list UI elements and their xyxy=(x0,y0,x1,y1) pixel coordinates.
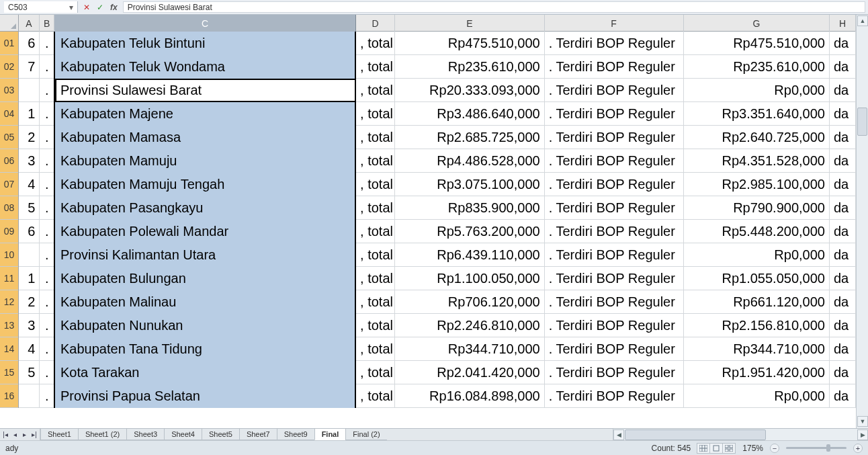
cell-a[interactable] xyxy=(19,243,40,267)
row-header[interactable]: 13 xyxy=(0,314,18,337)
col-header-G[interactable]: G xyxy=(684,15,830,32)
vertical-scrollbar[interactable]: ▲ ▼ xyxy=(856,15,868,428)
cell-f[interactable]: . Terdiri BOP Reguler xyxy=(545,361,684,384)
cell-a[interactable]: 1 xyxy=(19,102,40,126)
cell-a[interactable]: 6 xyxy=(19,32,40,55)
cell-b[interactable]: . xyxy=(40,220,55,243)
sheet-tab[interactable]: Sheet4 xyxy=(164,429,202,440)
cell-d[interactable]: , total xyxy=(356,384,395,408)
cell-b[interactable]: . xyxy=(40,79,55,102)
cell-f[interactable]: . Terdiri BOP Reguler xyxy=(545,79,684,102)
cell-c[interactable]: Kabupaten Tana Tidung xyxy=(55,337,356,361)
cell-c[interactable]: Kabupaten Mamuju xyxy=(55,149,356,173)
cell-e[interactable]: Rp235.610,000 xyxy=(395,55,544,79)
cell-g[interactable]: Rp4.351.528,000 xyxy=(684,149,830,173)
cell-c[interactable]: Provinsi Kalimantan Utara xyxy=(55,243,356,267)
row-header[interactable]: 15 xyxy=(0,361,18,384)
row-header[interactable]: 05 xyxy=(0,126,18,149)
col-header-E[interactable]: E xyxy=(395,15,544,32)
cell-g[interactable]: Rp235.610,000 xyxy=(684,55,830,79)
cell-a[interactable]: 4 xyxy=(19,337,40,361)
cell-e[interactable]: Rp475.510,000 xyxy=(395,32,544,55)
vscroll-thumb[interactable] xyxy=(857,108,867,136)
cell-h[interactable]: da xyxy=(830,196,856,220)
cell-g[interactable]: Rp0,000 xyxy=(684,79,830,102)
row-header[interactable]: 06 xyxy=(0,149,18,173)
cell-d[interactable]: , total xyxy=(356,102,395,126)
cell-c[interactable]: Kabupaten Teluk Wondama xyxy=(55,55,356,79)
cell-c[interactable]: Kabupaten Polewali Mandar xyxy=(55,220,356,243)
cell-b[interactable]: . xyxy=(40,267,55,290)
sheet-tab[interactable]: Final (2) xyxy=(345,429,386,440)
cell-a[interactable]: 5 xyxy=(19,361,40,384)
cell-e[interactable]: Rp2.041.420,000 xyxy=(395,361,544,384)
cell-c[interactable]: Kabupaten Bulungan xyxy=(55,267,356,290)
cell-g[interactable]: Rp790.900,000 xyxy=(684,196,830,220)
cell-e[interactable]: Rp4.486.528,000 xyxy=(395,149,544,173)
formula-input[interactable]: Provinsi Sulawesi Barat xyxy=(123,1,865,13)
cell-e[interactable]: Rp1.100.050,000 xyxy=(395,267,544,290)
cell-d[interactable]: , total xyxy=(356,337,395,361)
cell-h[interactable]: da xyxy=(830,290,856,314)
cell-e[interactable]: Rp344.710,000 xyxy=(395,337,544,361)
cell-f[interactable]: . Terdiri BOP Reguler xyxy=(545,126,684,149)
cell-h[interactable]: da xyxy=(830,79,856,102)
zoom-in-icon[interactable]: + xyxy=(853,444,863,453)
col-header-F[interactable]: F xyxy=(545,15,684,32)
cell-f[interactable]: . Terdiri BOP Reguler xyxy=(545,149,684,173)
cell-b[interactable]: . xyxy=(40,32,55,55)
col-header-H[interactable]: H xyxy=(830,15,856,32)
col-header-A[interactable]: A xyxy=(19,15,40,32)
view-switcher[interactable] xyxy=(697,443,736,454)
cell-h[interactable]: da xyxy=(830,126,856,149)
scroll-left-icon[interactable]: ◀ xyxy=(613,429,624,440)
sheet-tab[interactable]: Sheet9 xyxy=(277,429,315,440)
cell-e[interactable]: Rp835.900,000 xyxy=(395,196,544,220)
cell-e[interactable]: Rp5.763.200,000 xyxy=(395,220,544,243)
cell-c[interactable]: Provinsi Papua Selatan xyxy=(55,384,356,408)
zoom-thumb[interactable] xyxy=(826,444,830,452)
row-header[interactable]: 12 xyxy=(0,290,18,314)
sheet-tab[interactable]: Sheet1 xyxy=(40,429,79,440)
cell-g[interactable]: Rp3.351.640,000 xyxy=(684,102,830,126)
cell-b[interactable]: . xyxy=(40,55,55,79)
cell-a[interactable]: 7 xyxy=(19,55,40,79)
cell-b[interactable]: . xyxy=(40,337,55,361)
cell-g[interactable]: Rp344.710,000 xyxy=(684,337,830,361)
sheet-tab[interactable]: Sheet1 (2) xyxy=(78,429,127,440)
cell-c[interactable]: Kabupaten Pasangkayu xyxy=(55,196,356,220)
cell-d[interactable]: , total xyxy=(356,314,395,337)
cell-f[interactable]: . Terdiri BOP Reguler xyxy=(545,32,684,55)
cell-b[interactable]: . xyxy=(40,126,55,149)
cell-g[interactable]: Rp2.156.810,000 xyxy=(684,314,830,337)
row-header[interactable]: 16 xyxy=(0,384,18,408)
cell-a[interactable]: 2 xyxy=(19,126,40,149)
cell-h[interactable]: da xyxy=(830,337,856,361)
page-layout-view-icon[interactable] xyxy=(709,443,723,454)
row-header[interactable]: 10 xyxy=(0,243,18,267)
col-header-D[interactable]: D xyxy=(356,15,395,32)
cell-d[interactable]: , total xyxy=(356,173,395,196)
cell-g[interactable]: Rp0,000 xyxy=(684,243,830,267)
cell-h[interactable]: da xyxy=(830,384,856,408)
row-header[interactable]: 07 xyxy=(0,173,18,196)
row-header[interactable]: 11 xyxy=(0,267,18,290)
cell-d[interactable]: , total xyxy=(356,243,395,267)
fx-icon[interactable]: fx xyxy=(110,3,118,12)
sheet-tab[interactable]: Sheet5 xyxy=(202,429,240,440)
cell-f[interactable]: . Terdiri BOP Reguler xyxy=(545,337,684,361)
cell-c[interactable]: Kabupaten Mamasa xyxy=(55,126,356,149)
tab-last-icon[interactable]: ▸| xyxy=(32,431,37,438)
sheet-tab[interactable]: Sheet7 xyxy=(239,429,277,440)
cell-d[interactable]: , total xyxy=(356,361,395,384)
cell-g[interactable]: Rp2.640.725,000 xyxy=(684,126,830,149)
cell-d[interactable]: , total xyxy=(356,290,395,314)
cell-a[interactable] xyxy=(19,384,40,408)
cell-h[interactable]: da xyxy=(830,32,856,55)
cell-b[interactable]: . xyxy=(40,314,55,337)
sheet-tab[interactable]: Sheet3 xyxy=(126,429,165,440)
cell-a[interactable]: 3 xyxy=(19,149,40,173)
normal-view-icon[interactable] xyxy=(697,443,710,454)
row-header[interactable]: 14 xyxy=(0,337,18,361)
cell-f[interactable]: . Terdiri BOP Reguler xyxy=(545,102,684,126)
